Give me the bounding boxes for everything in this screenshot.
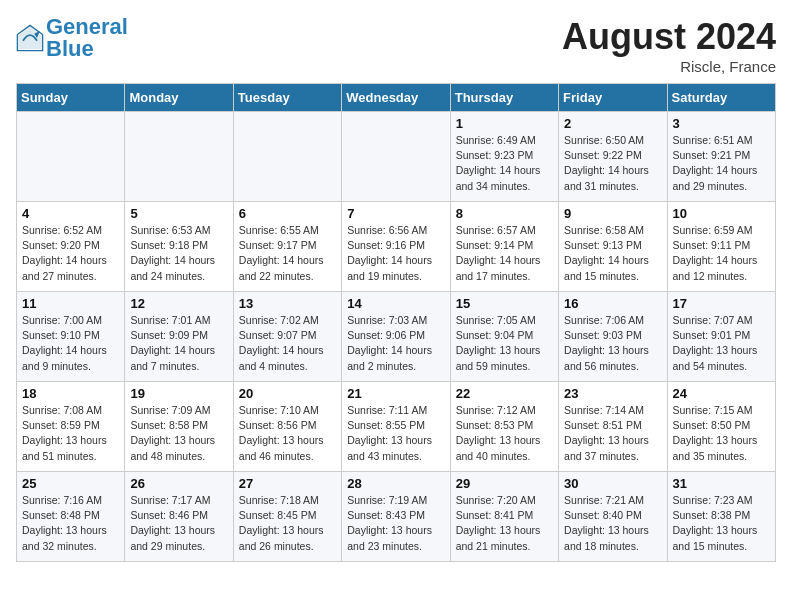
day-info: Sunrise: 7:01 AMSunset: 9:09 PMDaylight:… <box>130 313 227 374</box>
calendar-cell: 26Sunrise: 7:17 AMSunset: 8:46 PMDayligh… <box>125 472 233 562</box>
calendar-week-row: 1Sunrise: 6:49 AMSunset: 9:23 PMDaylight… <box>17 112 776 202</box>
day-number: 17 <box>673 296 770 311</box>
day-info: Sunrise: 6:52 AMSunset: 9:20 PMDaylight:… <box>22 223 119 284</box>
calendar-cell: 24Sunrise: 7:15 AMSunset: 8:50 PMDayligh… <box>667 382 775 472</box>
day-number: 13 <box>239 296 336 311</box>
calendar-cell: 18Sunrise: 7:08 AMSunset: 8:59 PMDayligh… <box>17 382 125 472</box>
calendar-cell: 13Sunrise: 7:02 AMSunset: 9:07 PMDayligh… <box>233 292 341 382</box>
day-number: 7 <box>347 206 444 221</box>
day-of-week-header: Thursday <box>450 84 558 112</box>
calendar-week-row: 18Sunrise: 7:08 AMSunset: 8:59 PMDayligh… <box>17 382 776 472</box>
day-of-week-header: Wednesday <box>342 84 450 112</box>
day-info: Sunrise: 6:51 AMSunset: 9:21 PMDaylight:… <box>673 133 770 194</box>
day-info: Sunrise: 7:20 AMSunset: 8:41 PMDaylight:… <box>456 493 553 554</box>
day-info: Sunrise: 7:06 AMSunset: 9:03 PMDaylight:… <box>564 313 661 374</box>
logo: GeneralBlue <box>16 16 128 60</box>
day-info: Sunrise: 7:00 AMSunset: 9:10 PMDaylight:… <box>22 313 119 374</box>
calendar-cell: 25Sunrise: 7:16 AMSunset: 8:48 PMDayligh… <box>17 472 125 562</box>
calendar-cell: 22Sunrise: 7:12 AMSunset: 8:53 PMDayligh… <box>450 382 558 472</box>
calendar-cell <box>233 112 341 202</box>
title-block: August 2024 Riscle, France <box>562 16 776 75</box>
calendar-cell: 11Sunrise: 7:00 AMSunset: 9:10 PMDayligh… <box>17 292 125 382</box>
calendar-cell: 7Sunrise: 6:56 AMSunset: 9:16 PMDaylight… <box>342 202 450 292</box>
day-of-week-header: Sunday <box>17 84 125 112</box>
day-info: Sunrise: 7:15 AMSunset: 8:50 PMDaylight:… <box>673 403 770 464</box>
day-info: Sunrise: 7:17 AMSunset: 8:46 PMDaylight:… <box>130 493 227 554</box>
day-number: 14 <box>347 296 444 311</box>
calendar-cell <box>17 112 125 202</box>
day-number: 6 <box>239 206 336 221</box>
day-number: 15 <box>456 296 553 311</box>
day-number: 1 <box>456 116 553 131</box>
calendar-cell: 1Sunrise: 6:49 AMSunset: 9:23 PMDaylight… <box>450 112 558 202</box>
calendar-cell: 23Sunrise: 7:14 AMSunset: 8:51 PMDayligh… <box>559 382 667 472</box>
day-number: 2 <box>564 116 661 131</box>
day-info: Sunrise: 7:16 AMSunset: 8:48 PMDaylight:… <box>22 493 119 554</box>
day-info: Sunrise: 6:59 AMSunset: 9:11 PMDaylight:… <box>673 223 770 284</box>
day-of-week-header: Tuesday <box>233 84 341 112</box>
day-info: Sunrise: 7:03 AMSunset: 9:06 PMDaylight:… <box>347 313 444 374</box>
day-of-week-header: Monday <box>125 84 233 112</box>
calendar-week-row: 4Sunrise: 6:52 AMSunset: 9:20 PMDaylight… <box>17 202 776 292</box>
day-number: 25 <box>22 476 119 491</box>
calendar-cell: 8Sunrise: 6:57 AMSunset: 9:14 PMDaylight… <box>450 202 558 292</box>
day-info: Sunrise: 7:14 AMSunset: 8:51 PMDaylight:… <box>564 403 661 464</box>
day-info: Sunrise: 7:11 AMSunset: 8:55 PMDaylight:… <box>347 403 444 464</box>
svg-marker-0 <box>19 27 41 49</box>
day-number: 31 <box>673 476 770 491</box>
day-info: Sunrise: 6:53 AMSunset: 9:18 PMDaylight:… <box>130 223 227 284</box>
calendar-week-row: 11Sunrise: 7:00 AMSunset: 9:10 PMDayligh… <box>17 292 776 382</box>
day-info: Sunrise: 6:55 AMSunset: 9:17 PMDaylight:… <box>239 223 336 284</box>
calendar-cell: 16Sunrise: 7:06 AMSunset: 9:03 PMDayligh… <box>559 292 667 382</box>
calendar-table: SundayMondayTuesdayWednesdayThursdayFrid… <box>16 83 776 562</box>
day-info: Sunrise: 7:02 AMSunset: 9:07 PMDaylight:… <box>239 313 336 374</box>
day-number: 16 <box>564 296 661 311</box>
month-title: August 2024 <box>562 16 776 58</box>
day-number: 26 <box>130 476 227 491</box>
day-info: Sunrise: 6:56 AMSunset: 9:16 PMDaylight:… <box>347 223 444 284</box>
day-info: Sunrise: 7:18 AMSunset: 8:45 PMDaylight:… <box>239 493 336 554</box>
day-number: 11 <box>22 296 119 311</box>
day-number: 29 <box>456 476 553 491</box>
calendar-cell: 4Sunrise: 6:52 AMSunset: 9:20 PMDaylight… <box>17 202 125 292</box>
day-number: 23 <box>564 386 661 401</box>
calendar-cell: 14Sunrise: 7:03 AMSunset: 9:06 PMDayligh… <box>342 292 450 382</box>
calendar-cell: 12Sunrise: 7:01 AMSunset: 9:09 PMDayligh… <box>125 292 233 382</box>
day-number: 28 <box>347 476 444 491</box>
calendar-cell <box>342 112 450 202</box>
day-info: Sunrise: 7:23 AMSunset: 8:38 PMDaylight:… <box>673 493 770 554</box>
day-info: Sunrise: 6:58 AMSunset: 9:13 PMDaylight:… <box>564 223 661 284</box>
calendar-cell: 19Sunrise: 7:09 AMSunset: 8:58 PMDayligh… <box>125 382 233 472</box>
day-number: 27 <box>239 476 336 491</box>
logo-icon <box>16 24 44 52</box>
day-number: 20 <box>239 386 336 401</box>
calendar-cell: 31Sunrise: 7:23 AMSunset: 8:38 PMDayligh… <box>667 472 775 562</box>
day-number: 22 <box>456 386 553 401</box>
day-of-week-header: Friday <box>559 84 667 112</box>
calendar-cell: 20Sunrise: 7:10 AMSunset: 8:56 PMDayligh… <box>233 382 341 472</box>
day-info: Sunrise: 7:19 AMSunset: 8:43 PMDaylight:… <box>347 493 444 554</box>
calendar-cell: 10Sunrise: 6:59 AMSunset: 9:11 PMDayligh… <box>667 202 775 292</box>
day-number: 24 <box>673 386 770 401</box>
day-number: 3 <box>673 116 770 131</box>
day-number: 5 <box>130 206 227 221</box>
day-number: 21 <box>347 386 444 401</box>
day-info: Sunrise: 7:05 AMSunset: 9:04 PMDaylight:… <box>456 313 553 374</box>
calendar-cell: 15Sunrise: 7:05 AMSunset: 9:04 PMDayligh… <box>450 292 558 382</box>
page-header: GeneralBlue August 2024 Riscle, France <box>16 16 776 75</box>
calendar-cell <box>125 112 233 202</box>
day-number: 4 <box>22 206 119 221</box>
calendar-cell: 28Sunrise: 7:19 AMSunset: 8:43 PMDayligh… <box>342 472 450 562</box>
calendar-cell: 3Sunrise: 6:51 AMSunset: 9:21 PMDaylight… <box>667 112 775 202</box>
day-info: Sunrise: 6:50 AMSunset: 9:22 PMDaylight:… <box>564 133 661 194</box>
calendar-cell: 29Sunrise: 7:20 AMSunset: 8:41 PMDayligh… <box>450 472 558 562</box>
day-number: 8 <box>456 206 553 221</box>
day-info: Sunrise: 7:08 AMSunset: 8:59 PMDaylight:… <box>22 403 119 464</box>
day-info: Sunrise: 6:57 AMSunset: 9:14 PMDaylight:… <box>456 223 553 284</box>
calendar-cell: 2Sunrise: 6:50 AMSunset: 9:22 PMDaylight… <box>559 112 667 202</box>
day-number: 30 <box>564 476 661 491</box>
calendar-cell: 9Sunrise: 6:58 AMSunset: 9:13 PMDaylight… <box>559 202 667 292</box>
calendar-header-row: SundayMondayTuesdayWednesdayThursdayFrid… <box>17 84 776 112</box>
logo-text: GeneralBlue <box>46 16 128 60</box>
calendar-cell: 6Sunrise: 6:55 AMSunset: 9:17 PMDaylight… <box>233 202 341 292</box>
